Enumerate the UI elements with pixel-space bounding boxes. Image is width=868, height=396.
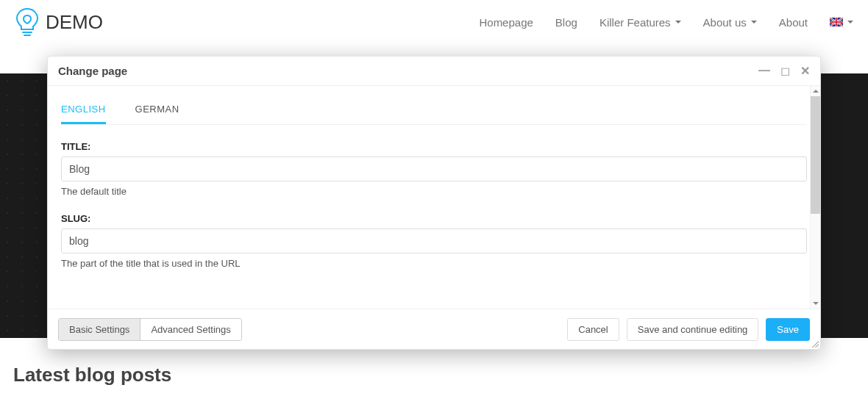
nav-item-homepage[interactable]: Homepage [479,16,533,29]
chevron-down-icon [675,21,681,24]
nav-item-killer-features[interactable]: Killer Features [600,16,681,29]
navbar: DEMO Homepage Blog Killer Features About… [0,0,868,44]
language-tabs: ENGLISH GERMAN [61,96,807,125]
settings-segmented-control: Basic Settings Advanced Settings [58,318,242,341]
scrollbar[interactable] [810,86,820,309]
slug-help-text: The part of the title that is used in th… [61,258,807,269]
svg-rect-6 [830,21,843,23]
slug-label: SLUG: [61,213,807,224]
scroll-down-icon[interactable] [811,298,820,309]
change-page-modal: Change page — ◻ ✕ ENGLISH GERMAN TITLE: … [47,56,821,350]
maximize-icon[interactable]: ◻ [780,64,790,78]
field-title: TITLE: The default title [61,141,807,197]
cancel-button[interactable]: Cancel [567,318,619,341]
scroll-thumb[interactable] [811,96,820,214]
modal-body: ENGLISH GERMAN TITLE: The default title … [48,86,820,309]
footer-actions: Cancel Save and continue editing Save [567,318,810,341]
resize-handle-icon[interactable] [810,339,819,348]
advanced-settings-button[interactable]: Advanced Settings [140,319,241,340]
basic-settings-button[interactable]: Basic Settings [59,319,140,340]
nav-item-about-us[interactable]: About us [703,16,757,29]
title-label: TITLE: [61,141,807,152]
modal-title: Change page [58,65,127,77]
nav-item-about[interactable]: About [779,16,808,29]
modal-window-controls: — ◻ ✕ [758,64,810,78]
title-help-text: The default title [61,186,807,197]
brand-text: DEMO [46,11,103,34]
logo-lightbulb-icon [15,7,40,37]
title-input[interactable] [61,156,807,181]
field-slug: SLUG: The part of the title that is used… [61,213,807,269]
scroll-up-icon[interactable] [811,86,820,96]
language-selector[interactable] [830,18,853,26]
latest-blog-posts-heading: Latest blog posts [13,364,171,386]
slug-input[interactable] [61,228,807,253]
chevron-down-icon [751,21,757,24]
tab-english[interactable]: ENGLISH [61,96,106,124]
close-icon[interactable]: ✕ [800,64,810,78]
chevron-down-icon [847,21,853,24]
modal-footer: Basic Settings Advanced Settings Cancel … [48,309,820,349]
tab-german[interactable]: GERMAN [135,96,179,124]
brand[interactable]: DEMO [15,7,103,37]
minimize-icon[interactable]: — [758,64,770,78]
save-button[interactable]: Save [766,318,810,341]
nav-menu: Homepage Blog Killer Features About us A… [479,16,853,29]
save-and-continue-button[interactable]: Save and continue editing [627,318,759,341]
nav-item-blog[interactable]: Blog [555,16,577,29]
flag-uk-icon [830,18,843,26]
modal-header: Change page — ◻ ✕ [48,57,820,86]
